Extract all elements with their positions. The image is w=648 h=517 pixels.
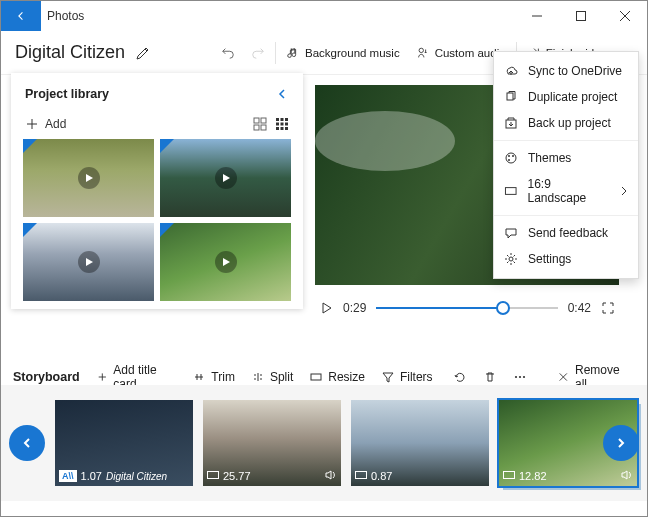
grid-large-icon[interactable] [253, 117, 267, 131]
current-time: 0:29 [343, 301, 366, 315]
svg-rect-0 [577, 12, 586, 21]
svg-rect-31 [505, 188, 516, 195]
svg-rect-15 [276, 127, 279, 130]
story-clip[interactable]: 25.77 [203, 400, 341, 486]
title-bar: Photos [1, 1, 647, 31]
menu-settings[interactable]: Settings [494, 246, 638, 272]
svg-rect-25 [507, 93, 513, 100]
svg-rect-17 [285, 127, 288, 130]
strip-next-button[interactable] [603, 425, 639, 461]
menu-sync-onedrive[interactable]: Sync to OneDrive [494, 58, 638, 84]
svg-rect-6 [261, 118, 266, 123]
svg-rect-16 [281, 127, 284, 130]
window-title: Photos [41, 9, 515, 23]
play-icon [215, 167, 237, 189]
menu-themes[interactable]: Themes [494, 145, 638, 171]
clip-duration: 25.77 [223, 470, 251, 482]
svg-rect-8 [261, 125, 266, 130]
svg-point-29 [512, 155, 514, 157]
library-title: Project library [25, 87, 109, 101]
svg-point-27 [506, 153, 516, 163]
svg-point-32 [509, 257, 513, 261]
aspect-icon [355, 471, 367, 481]
undo-button[interactable] [213, 40, 243, 66]
menu-aspect-ratio[interactable]: 16:9 Landscape [494, 171, 638, 211]
svg-rect-13 [281, 123, 284, 126]
storyboard-strip: A\\1.07Digital Citizen 25.77 0.87 12.82 [1, 385, 647, 501]
edit-name-icon[interactable] [135, 45, 151, 61]
library-thumb[interactable] [23, 223, 154, 301]
library-thumb[interactable] [160, 139, 291, 217]
svg-rect-18 [311, 374, 321, 380]
aspect-icon [503, 471, 515, 481]
total-time: 0:42 [568, 301, 591, 315]
project-library-panel: Project library Add [11, 73, 303, 309]
clip-duration: 1.07 [81, 470, 102, 482]
title-card-badge: A\\ [59, 470, 77, 482]
collapse-library-icon[interactable] [275, 87, 289, 101]
svg-rect-24 [504, 472, 515, 479]
library-thumb[interactable] [23, 139, 154, 217]
svg-point-30 [508, 159, 510, 161]
svg-point-1 [419, 48, 423, 52]
sound-icon [323, 468, 337, 482]
back-button[interactable] [1, 1, 41, 31]
svg-rect-10 [281, 118, 284, 121]
add-media-button[interactable]: Add [25, 117, 66, 131]
svg-point-20 [518, 376, 520, 378]
storyboard-label: Storyboard [13, 370, 86, 384]
svg-rect-12 [276, 123, 279, 126]
grid-small-icon[interactable] [275, 117, 289, 131]
close-button[interactable] [603, 1, 647, 31]
chevron-right-icon [620, 185, 628, 197]
background-music-button[interactable]: Background music [278, 40, 408, 66]
library-thumb[interactable] [160, 223, 291, 301]
svg-rect-5 [254, 118, 259, 123]
more-menu: Sync to OneDrive Duplicate project Back … [493, 51, 639, 279]
project-name: Digital Citizen [15, 42, 125, 63]
svg-rect-9 [276, 118, 279, 121]
play-button[interactable] [319, 301, 333, 315]
play-icon [215, 251, 237, 273]
clip-caption: Digital Citizen [106, 471, 167, 482]
seek-slider[interactable] [376, 307, 557, 309]
clip-duration: 12.82 [519, 470, 547, 482]
menu-backup-project[interactable]: Back up project [494, 110, 638, 136]
svg-rect-22 [208, 472, 219, 479]
story-clip[interactable]: 0.87 [351, 400, 489, 486]
strip-prev-button[interactable] [9, 425, 45, 461]
play-icon [78, 251, 100, 273]
svg-point-21 [522, 376, 524, 378]
fullscreen-button[interactable] [601, 301, 615, 315]
svg-rect-7 [254, 125, 259, 130]
story-clip[interactable]: A\\1.07Digital Citizen [55, 400, 193, 486]
menu-duplicate-project[interactable]: Duplicate project [494, 84, 638, 110]
play-icon [78, 167, 100, 189]
svg-point-28 [508, 155, 510, 157]
svg-rect-23 [356, 472, 367, 479]
maximize-button[interactable] [559, 1, 603, 31]
minimize-button[interactable] [515, 1, 559, 31]
menu-send-feedback[interactable]: Send feedback [494, 220, 638, 246]
aspect-icon [207, 471, 219, 481]
sound-icon [619, 468, 633, 482]
redo-button[interactable] [243, 40, 273, 66]
svg-point-19 [514, 376, 516, 378]
svg-rect-11 [285, 118, 288, 121]
clip-duration: 0.87 [371, 470, 392, 482]
svg-rect-14 [285, 123, 288, 126]
